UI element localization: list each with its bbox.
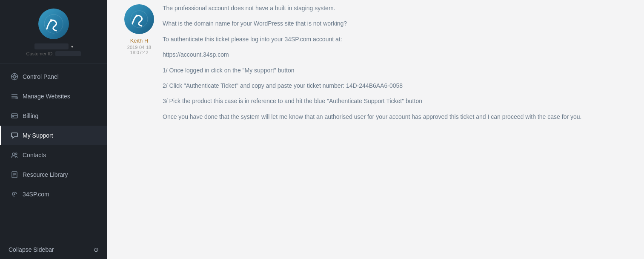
message-paragraph: To authenticate this ticket please log i… xyxy=(163,35,631,44)
svg-point-16 xyxy=(15,153,17,155)
34sp-com-label: 34SP.com xyxy=(23,191,49,198)
sidebar-item-34sp-com[interactable]: 34SP.com xyxy=(0,184,107,204)
svg-rect-14 xyxy=(12,116,14,117)
profile-name-row[interactable]: ▾ xyxy=(34,43,73,49)
sidebar-item-billing[interactable]: Billing xyxy=(0,106,107,126)
contacts-label: Contacts xyxy=(23,152,46,158)
message-body: The professional account does not have a… xyxy=(163,0,631,121)
message-paragraph: Once you have done that the system will … xyxy=(163,112,631,121)
sidebar-item-contacts[interactable]: Contacts xyxy=(0,145,107,165)
svg-point-11 xyxy=(16,97,17,99)
billing-label: Billing xyxy=(23,112,38,119)
chevron-down-icon: ▾ xyxy=(71,44,73,49)
customer-id-label: Customer ID: xyxy=(26,51,54,56)
contacts-icon xyxy=(10,151,19,159)
svg-point-23 xyxy=(136,15,138,17)
svg-point-1 xyxy=(50,19,52,22)
sidebar: ▾ Customer ID: Control PanelManage Websi… xyxy=(0,0,107,259)
manage-websites-label: Manage Websites xyxy=(23,93,70,100)
control-panel-label: Control Panel xyxy=(23,73,59,80)
avatar xyxy=(38,9,69,39)
message-header: Keith H 2019-04-18 18:07:42 xyxy=(120,0,158,63)
svg-point-0 xyxy=(44,14,63,33)
message-paragraph: The professional account does not have a… xyxy=(163,3,631,13)
billing-icon xyxy=(10,112,19,120)
my-support-icon xyxy=(10,132,19,139)
sidebar-item-my-support[interactable]: My Support xyxy=(0,126,107,145)
resource-library-icon xyxy=(10,171,19,178)
collapse-sidebar-label: Collapse Sidebar xyxy=(9,246,54,253)
message-author: Keith H xyxy=(130,37,149,44)
my-support-label: My Support xyxy=(23,132,53,139)
sidebar-item-manage-websites[interactable]: Manage Websites xyxy=(0,86,107,106)
message-date: 2019-04-18 18:07:42 xyxy=(120,45,158,55)
manage-websites-icon xyxy=(10,92,19,100)
sidebar-nav: Control PanelManage WebsitesBillingMy Su… xyxy=(0,63,107,240)
sidebar-item-resource-library[interactable]: Resource Library xyxy=(0,165,107,184)
message-paragraph: 1/ Once logged in click on the "My suppo… xyxy=(163,66,631,75)
customer-id-row: Customer ID: xyxy=(26,51,81,56)
sidebar-profile: ▾ Customer ID: xyxy=(0,0,107,63)
34sp-com-icon xyxy=(10,190,19,198)
svg-point-15 xyxy=(12,153,15,155)
message-paragraph: 2/ Click "Authenticate Ticket" and copy … xyxy=(163,81,631,90)
svg-point-21 xyxy=(14,193,15,195)
profile-name xyxy=(34,43,69,49)
control-panel-icon xyxy=(10,73,19,81)
svg-point-3 xyxy=(13,75,16,78)
svg-rect-12 xyxy=(11,114,17,118)
customer-id-value xyxy=(55,51,81,56)
message-paragraph: 3/ Pick the product this case is in refe… xyxy=(163,96,631,106)
resource-library-label: Resource Library xyxy=(23,171,68,178)
collapse-sidebar-icon: ⊙ xyxy=(94,246,99,253)
message-paragraph: What is the domain name for your WordPre… xyxy=(163,19,631,28)
ticket-message: Keith H 2019-04-18 18:07:42 The professi… xyxy=(107,0,644,134)
message-paragraph: https://account.34sp.com xyxy=(163,50,631,59)
message-avatar xyxy=(124,4,154,34)
collapse-sidebar-button[interactable]: Collapse Sidebar ⊙ xyxy=(0,240,107,259)
sidebar-item-control-panel[interactable]: Control Panel xyxy=(0,67,107,86)
main-content: Keith H 2019-04-18 18:07:42 The professi… xyxy=(107,0,644,259)
